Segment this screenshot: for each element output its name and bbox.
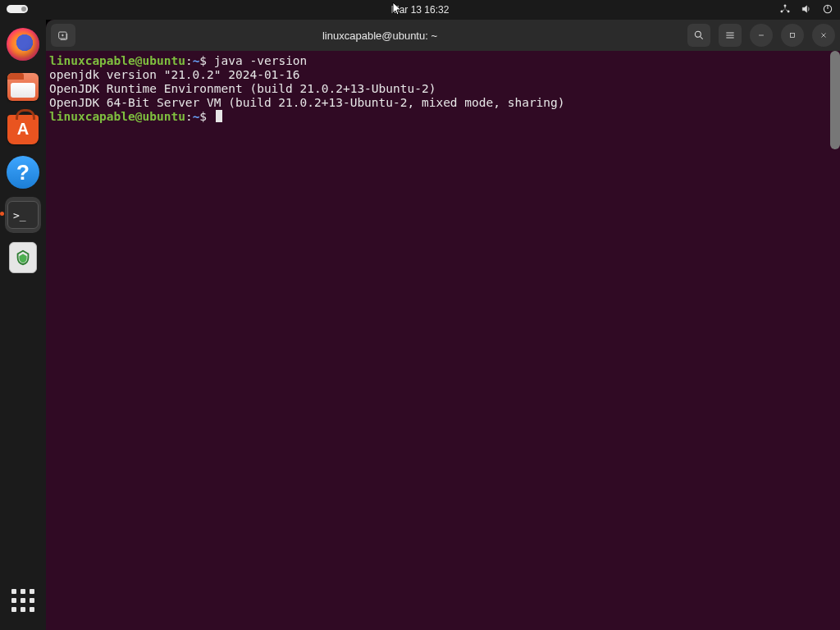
svg-rect-6 (791, 34, 795, 38)
terminal-line: linuxcapable@ubuntu:~$ (49, 110, 837, 124)
cursor (216, 110, 222, 122)
dock: ? >_ (0, 20, 46, 630)
terminal-line: linuxcapable@ubuntu:~$ java -version (49, 54, 837, 68)
terminal-icon: >_ (7, 201, 39, 229)
maximize-button[interactable] (781, 24, 804, 47)
trash-icon (9, 242, 37, 273)
terminal-output: OpenJDK Runtime Environment (build 21.0.… (49, 82, 837, 96)
dock-files[interactable] (5, 69, 41, 105)
activities-button[interactable] (7, 5, 28, 13)
system-tray[interactable] (779, 3, 833, 17)
firefox-icon (7, 28, 39, 61)
network-icon[interactable] (779, 3, 791, 17)
svg-point-2 (788, 10, 789, 11)
top-panel: Mar 13 16:32 (0, 0, 840, 20)
new-tab-button[interactable] (51, 24, 75, 47)
files-icon (7, 73, 39, 101)
help-icon: ? (7, 156, 39, 189)
scrollbar-thumb[interactable] (830, 51, 840, 149)
menu-button[interactable] (719, 24, 742, 47)
terminal-window: linuxcapable@ubuntu: ~ linuxcapable@ubun… (46, 20, 840, 630)
dock-terminal[interactable]: >_ (5, 197, 41, 233)
close-button[interactable] (812, 24, 835, 47)
dock-software[interactable] (5, 112, 41, 148)
titlebar: linuxcapable@ubuntu: ~ (46, 20, 840, 51)
dock-trash[interactable] (5, 240, 41, 276)
svg-point-5 (695, 31, 701, 37)
volume-icon[interactable] (801, 3, 812, 17)
minimize-button[interactable] (750, 24, 773, 47)
prompt-host: ubuntu (143, 54, 185, 67)
terminal-body[interactable]: linuxcapable@ubuntu:~$ java -version ope… (46, 51, 840, 630)
show-applications-button[interactable] (5, 582, 41, 619)
svg-point-0 (784, 4, 786, 6)
svg-point-1 (781, 10, 783, 11)
search-button[interactable] (687, 24, 710, 47)
dock-firefox[interactable] (5, 26, 41, 62)
power-icon[interactable] (822, 3, 833, 17)
window-title: linuxcapable@ubuntu: ~ (80, 30, 679, 42)
terminal-output: openjdk version "21.0.2" 2024-01-16 (49, 68, 837, 82)
software-store-icon (7, 115, 39, 144)
terminal-output: OpenJDK 64-Bit Server VM (build 21.0.2+1… (49, 96, 837, 110)
command-text: java -version (214, 54, 308, 67)
dock-help[interactable]: ? (5, 154, 41, 190)
mouse-cursor-icon (392, 2, 404, 16)
prompt-user: linuxcapable (49, 54, 135, 67)
